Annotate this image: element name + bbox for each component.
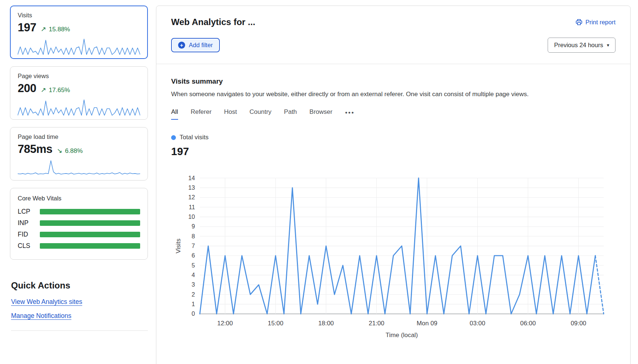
quick-actions-title: Quick Actions bbox=[11, 280, 148, 291]
visits-sparkline bbox=[18, 38, 140, 55]
svg-text:Time (local): Time (local) bbox=[386, 332, 418, 339]
trend-up-icon: ↗ bbox=[41, 25, 46, 33]
svg-text:21:00: 21:00 bbox=[369, 320, 384, 327]
metric-card-visits[interactable]: Visits 197 ↗ 15.88% bbox=[10, 6, 148, 59]
cwv-metric-label: CLS bbox=[18, 242, 34, 250]
plus-circle-icon: + bbox=[178, 42, 185, 49]
cwv-row-fid: FID bbox=[18, 231, 140, 238]
svg-text:09:00: 09:00 bbox=[571, 320, 586, 327]
trend-up-icon: ↗ bbox=[41, 86, 46, 94]
svg-text:14: 14 bbox=[188, 175, 195, 181]
metric-label: Page views bbox=[18, 73, 140, 80]
core-web-vitals-card: Core Web Vitals LCP INP FID CLS bbox=[10, 188, 148, 260]
svg-text:2: 2 bbox=[192, 291, 195, 298]
svg-text:Mon 09: Mon 09 bbox=[417, 320, 437, 327]
analytics-panel: Web Analytics for ... Print report + bbox=[156, 6, 631, 364]
tab-path[interactable]: Path bbox=[284, 108, 297, 120]
metric-value: 785ms bbox=[18, 143, 52, 156]
svg-text:12: 12 bbox=[188, 194, 195, 200]
metrics-sidebar: Visits 197 ↗ 15.88% Page views 200 ↗ 17.… bbox=[10, 6, 148, 364]
print-report-label: Print report bbox=[585, 19, 616, 26]
page-views-sparkline bbox=[18, 99, 140, 116]
time-range-value: Previous 24 hours bbox=[554, 42, 603, 49]
total-visits-value: 197 bbox=[171, 146, 616, 158]
page-load-time-sparkline bbox=[18, 160, 140, 176]
trend-down-icon: ↘ bbox=[57, 147, 62, 155]
chevron-down-icon: ▾ bbox=[607, 42, 609, 48]
tab-referer[interactable]: Referer bbox=[191, 108, 212, 120]
svg-text:Visits: Visits bbox=[175, 239, 182, 253]
svg-text:7: 7 bbox=[192, 242, 195, 249]
metric-label: Visits bbox=[18, 12, 140, 19]
add-filter-button[interactable]: + Add filter bbox=[171, 38, 220, 52]
chart-legend: Total visits bbox=[171, 134, 616, 141]
legend-label: Total visits bbox=[180, 134, 208, 141]
sidebar-divider bbox=[11, 330, 148, 331]
trend-percent: 17.65% bbox=[49, 87, 70, 94]
tab-browser[interactable]: Browser bbox=[309, 108, 332, 120]
more-tabs-icon[interactable]: ●●● bbox=[345, 110, 354, 118]
page: Visits 197 ↗ 15.88% Page views 200 ↗ 17.… bbox=[0, 0, 638, 364]
svg-text:06:00: 06:00 bbox=[520, 320, 536, 327]
core-web-vitals-title: Core Web Vitals bbox=[18, 195, 140, 202]
svg-text:03:00: 03:00 bbox=[470, 320, 485, 327]
svg-text:1: 1 bbox=[192, 301, 195, 307]
svg-text:11: 11 bbox=[189, 204, 195, 210]
view-web-analytics-sites-link[interactable]: View Web Analytics sites bbox=[11, 298, 82, 306]
page-title: Web Analytics for ... bbox=[171, 17, 255, 27]
manage-notifications-link[interactable]: Manage Notifications bbox=[11, 312, 71, 320]
cwv-score-bar bbox=[40, 243, 140, 249]
cwv-score-bar bbox=[40, 220, 140, 226]
visits-summary-section: Visits summary When someone navigates to… bbox=[156, 64, 630, 341]
cwv-score-bar bbox=[40, 209, 140, 214]
printer-icon bbox=[576, 19, 582, 25]
svg-text:5: 5 bbox=[192, 262, 195, 269]
tab-host[interactable]: Host bbox=[224, 108, 237, 120]
metric-trend: ↗ 17.65% bbox=[41, 86, 70, 94]
svg-text:18:00: 18:00 bbox=[318, 320, 334, 327]
svg-text:15:00: 15:00 bbox=[268, 320, 283, 327]
cwv-score-bar bbox=[40, 232, 140, 237]
summary-description: When someone navigates to your website, … bbox=[171, 91, 616, 98]
metric-card-page-load-time[interactable]: Page load time 785ms ↘ 6.88% bbox=[10, 127, 148, 181]
metric-value: 200 bbox=[18, 82, 36, 95]
svg-text:13: 13 bbox=[188, 184, 195, 191]
cwv-metric-label: INP bbox=[18, 219, 34, 227]
svg-text:10: 10 bbox=[188, 213, 195, 220]
svg-text:9: 9 bbox=[192, 223, 195, 230]
trend-percent: 15.88% bbox=[49, 26, 70, 33]
quick-actions: Quick Actions View Web Analytics sites M… bbox=[10, 280, 148, 331]
summary-title: Visits summary bbox=[171, 77, 616, 85]
tab-country[interactable]: Country bbox=[250, 108, 272, 120]
cwv-row-inp: INP bbox=[18, 219, 140, 227]
metric-trend: ↗ 15.88% bbox=[41, 25, 70, 33]
svg-text:0: 0 bbox=[192, 310, 195, 317]
print-report-link[interactable]: Print report bbox=[576, 19, 616, 26]
metric-trend: ↘ 6.88% bbox=[57, 147, 83, 155]
tab-all[interactable]: All bbox=[171, 108, 178, 120]
metric-label: Page load time bbox=[18, 133, 140, 140]
metric-card-page-views[interactable]: Page views 200 ↗ 17.65% bbox=[10, 66, 148, 120]
svg-text:3: 3 bbox=[192, 281, 195, 288]
svg-text:6: 6 bbox=[192, 252, 195, 259]
visits-chart: 0123456789101112131412:0015:0018:0021:00… bbox=[171, 172, 616, 341]
add-filter-label: Add filter bbox=[189, 42, 213, 49]
panel-header: Web Analytics for ... Print report + bbox=[156, 6, 630, 64]
svg-text:8: 8 bbox=[192, 233, 195, 239]
trend-percent: 6.88% bbox=[65, 147, 83, 155]
svg-text:12:00: 12:00 bbox=[217, 320, 233, 327]
svg-text:4: 4 bbox=[192, 272, 195, 278]
cwv-row-lcp: LCP bbox=[18, 208, 140, 216]
cwv-metric-label: LCP bbox=[18, 208, 34, 216]
cwv-metric-label: FID bbox=[18, 231, 34, 238]
dimension-tabs: All Referer Host Country Path Browser ●●… bbox=[171, 108, 616, 120]
legend-dot-icon bbox=[171, 135, 176, 140]
cwv-row-cls: CLS bbox=[18, 242, 140, 250]
time-range-dropdown[interactable]: Previous 24 hours ▾ bbox=[548, 38, 616, 53]
metric-value: 197 bbox=[18, 21, 36, 34]
